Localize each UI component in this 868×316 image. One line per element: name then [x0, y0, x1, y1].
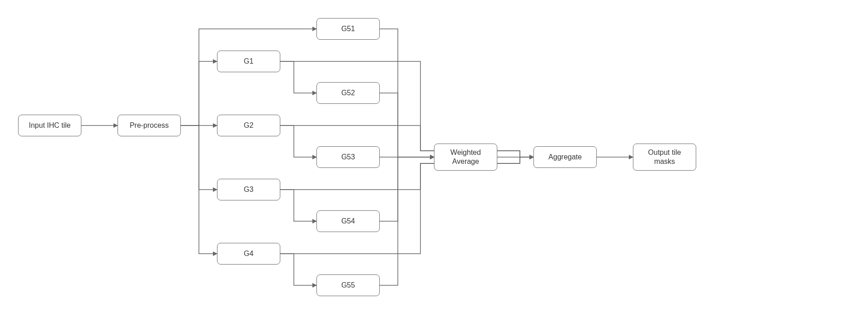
- node-g55: G55: [316, 274, 380, 296]
- node-label: Weighted Average: [438, 148, 493, 166]
- node-label: Input IHC tile: [29, 121, 71, 130]
- node-g1: G1: [217, 51, 280, 72]
- node-label: G2: [244, 121, 253, 130]
- node-label: G4: [244, 249, 253, 258]
- node-weighted-average: Weighted Average: [434, 144, 497, 171]
- node-g4: G4: [217, 243, 280, 265]
- edge: [280, 61, 316, 93]
- diagram-canvas: { "nodes": { "input": { "label": "Input …: [0, 0, 868, 316]
- node-label: G55: [341, 281, 355, 290]
- node-label: Output tile masks: [637, 148, 692, 166]
- edge: [280, 61, 533, 157]
- node-label: Pre-process: [130, 121, 169, 130]
- edge: [280, 157, 533, 254]
- node-g53: G53: [316, 146, 380, 168]
- node-preprocess: Pre-process: [118, 115, 181, 136]
- node-g52: G52: [316, 82, 380, 104]
- node-label: G1: [244, 57, 253, 66]
- node-label: G3: [244, 185, 253, 194]
- node-label: Aggregate: [548, 153, 582, 162]
- node-aggregate: Aggregate: [533, 146, 597, 168]
- node-g51: G51: [316, 18, 380, 40]
- edge: [380, 157, 434, 221]
- node-label: G51: [341, 24, 355, 33]
- edge: [181, 29, 316, 125]
- node-label: G52: [341, 88, 355, 98]
- node-label: G54: [341, 217, 355, 226]
- node-g54: G54: [316, 210, 380, 232]
- node-input-ihc-tile: Input IHC tile: [18, 115, 81, 136]
- edge: [280, 254, 316, 285]
- node-g2: G2: [217, 115, 280, 136]
- edge: [280, 125, 316, 157]
- edge: [380, 93, 434, 157]
- node-output-tile-masks: Output tile masks: [633, 144, 696, 171]
- edge: [181, 61, 217, 125]
- node-g3: G3: [217, 179, 280, 200]
- node-label: G53: [341, 153, 355, 162]
- edge: [280, 190, 316, 221]
